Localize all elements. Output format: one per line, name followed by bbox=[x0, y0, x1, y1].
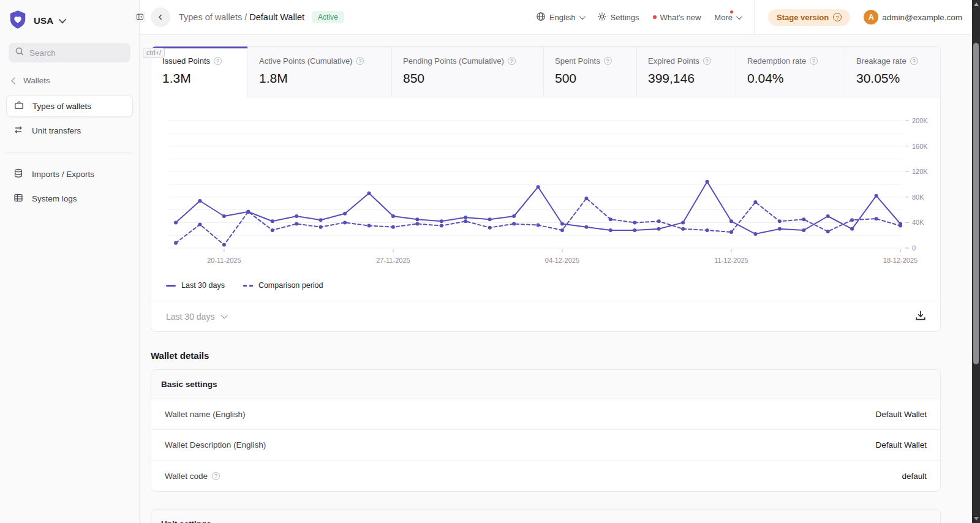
transfer-arrows-icon bbox=[13, 125, 23, 137]
svg-text:80K: 80K bbox=[912, 194, 924, 201]
vertical-scrollbar[interactable] bbox=[972, 0, 980, 523]
whats-new-button[interactable]: What's new bbox=[653, 13, 701, 22]
gear-icon bbox=[597, 12, 607, 23]
breadcrumb-section[interactable]: Types of wallets / bbox=[179, 12, 247, 22]
unit-settings-header: Unit settings bbox=[151, 510, 940, 523]
brand-shield-heart-logo bbox=[7, 9, 28, 32]
main-area: Types of wallets / Default Wallet Active… bbox=[140, 0, 972, 523]
breadcrumb-current: Default Wallet bbox=[249, 12, 304, 22]
stat-label: Issued Points bbox=[162, 56, 210, 66]
page-title: Wallet details bbox=[151, 350, 972, 361]
breadcrumb: Types of wallets / Default Wallet bbox=[179, 12, 304, 22]
sidebar-item-label: Unit transfers bbox=[32, 126, 81, 135]
help-icon[interactable] bbox=[212, 472, 220, 480]
scrollbar-thumb[interactable] bbox=[973, 43, 979, 364]
basic-settings-header: Basic settings bbox=[151, 370, 940, 399]
help-icon[interactable] bbox=[356, 57, 364, 65]
more-label: More bbox=[714, 13, 733, 22]
sidebar-divider bbox=[6, 152, 133, 153]
points-analytics-card: Issued Points 1.3M Active Points (Cumula… bbox=[151, 46, 941, 332]
svg-text:04-12-2025: 04-12-2025 bbox=[545, 257, 579, 264]
search-input[interactable] bbox=[29, 48, 138, 58]
legend-comparison-period: Comparison period bbox=[243, 281, 323, 290]
app-root: USA ctrl+/ Wallets bbox=[0, 0, 980, 523]
chevron-down-icon bbox=[221, 312, 228, 318]
scrollbar-down-icon[interactable] bbox=[974, 517, 979, 521]
notification-dot bbox=[653, 15, 657, 19]
row-value: Default Wallet bbox=[875, 410, 927, 419]
sidebar-collapse-button[interactable] bbox=[135, 12, 145, 22]
top-header: Types of wallets / Default Wallet Active… bbox=[140, 0, 972, 35]
legend-label: Comparison period bbox=[258, 281, 323, 290]
sidebar-back-wallets[interactable]: Wallets bbox=[12, 76, 139, 85]
table-row-wallet-code: Wallet code default bbox=[151, 461, 940, 491]
sidebar-item-imports-exports[interactable]: Imports / Exports bbox=[6, 163, 133, 185]
user-account[interactable]: A admin@example.com bbox=[864, 10, 962, 24]
globe-icon bbox=[536, 12, 546, 23]
svg-text:40K: 40K bbox=[912, 219, 924, 226]
tab-active-points[interactable]: Active Points (Cumulative) 1.8M bbox=[248, 47, 392, 97]
wallet-icon bbox=[14, 100, 24, 112]
help-icon[interactable] bbox=[508, 57, 516, 65]
row-value: default bbox=[902, 472, 927, 481]
stat-value: 399,146 bbox=[648, 71, 736, 86]
tab-pending-points[interactable]: Pending Points (Cumulative) 850 bbox=[392, 47, 544, 97]
row-label: Wallet name (English) bbox=[165, 410, 246, 419]
language-selector[interactable]: English bbox=[536, 12, 584, 23]
chevron-left-icon bbox=[11, 77, 18, 84]
org-switcher[interactable]: USA bbox=[0, 0, 139, 34]
help-icon[interactable] bbox=[604, 57, 612, 65]
help-icon[interactable] bbox=[810, 57, 818, 65]
settings-button[interactable]: Settings bbox=[597, 12, 639, 23]
sidebar-item-system-logs[interactable]: System logs bbox=[6, 187, 133, 209]
svg-text:160K: 160K bbox=[912, 143, 928, 150]
scrollbar-up-icon[interactable] bbox=[974, 2, 979, 6]
sidebar-item-types-of-wallets[interactable]: Types of wallets bbox=[6, 95, 133, 117]
database-icon bbox=[13, 168, 23, 180]
language-label: English bbox=[549, 13, 576, 22]
chevron-down-icon bbox=[579, 13, 586, 20]
basic-settings-card: Basic settings Wallet name (English) Def… bbox=[151, 369, 941, 492]
unit-settings-card: Unit settings bbox=[151, 509, 941, 523]
table-row-wallet-name: Wallet name (English) Default Wallet bbox=[151, 399, 940, 430]
status-badge: Active bbox=[312, 11, 344, 23]
download-button[interactable] bbox=[912, 307, 929, 326]
stat-label: Pending Points (Cumulative) bbox=[403, 56, 504, 66]
stat-value: 1.8M bbox=[259, 71, 391, 86]
back-button[interactable] bbox=[151, 7, 170, 27]
tab-redemption-rate[interactable]: Redemption rate 0.04% bbox=[736, 47, 845, 97]
help-icon[interactable] bbox=[214, 57, 222, 65]
help-icon[interactable] bbox=[703, 57, 711, 65]
row-label: Wallet code bbox=[165, 472, 220, 481]
tab-spent-points[interactable]: Spent Points 500 bbox=[544, 47, 637, 97]
svg-text:18-12-2025: 18-12-2025 bbox=[883, 257, 918, 264]
legend-last-30-days: Last 30 days bbox=[166, 281, 225, 290]
user-email: admin@example.com bbox=[882, 13, 962, 22]
sidebar-item-label: System logs bbox=[32, 194, 77, 203]
date-range-dropdown[interactable]: Last 30 days bbox=[166, 312, 225, 322]
table-row-wallet-description: Wallet Description (English) Default Wal… bbox=[151, 430, 940, 461]
avatar: A bbox=[864, 10, 878, 24]
stat-label: Expired Points bbox=[648, 56, 699, 66]
svg-text:27-11-2025: 27-11-2025 bbox=[376, 257, 410, 264]
stats-tabs: Issued Points 1.3M Active Points (Cumula… bbox=[151, 47, 940, 97]
sidebar-item-label: Imports / Exports bbox=[32, 170, 94, 179]
svg-text:11-12-2025: 11-12-2025 bbox=[714, 257, 748, 264]
sidebar-nav: Types of wallets Unit transfers bbox=[0, 85, 139, 209]
svg-text:0: 0 bbox=[912, 244, 916, 252]
stage-version-pill[interactable]: Stage version bbox=[768, 9, 850, 26]
stat-label: Active Points (Cumulative) bbox=[259, 56, 352, 66]
search-box[interactable]: ctrl+/ bbox=[9, 43, 130, 62]
help-icon[interactable] bbox=[910, 57, 918, 65]
row-label: Wallet Description (English) bbox=[165, 440, 266, 450]
tab-issued-points[interactable]: Issued Points 1.3M bbox=[151, 47, 248, 97]
sidebar-item-unit-transfers[interactable]: Unit transfers bbox=[6, 119, 133, 141]
stage-version-label: Stage version bbox=[777, 13, 829, 22]
table-grid-icon bbox=[13, 193, 23, 205]
page-content: Issued Points 1.3M Active Points (Cumula… bbox=[140, 35, 972, 523]
tab-breakage-rate[interactable]: Breakage rate 30.05% bbox=[845, 47, 940, 97]
more-menu[interactable]: More bbox=[714, 13, 741, 22]
date-range-label: Last 30 days bbox=[166, 312, 214, 322]
tab-expired-points[interactable]: Expired Points 399,146 bbox=[637, 47, 736, 97]
help-icon bbox=[833, 13, 842, 21]
